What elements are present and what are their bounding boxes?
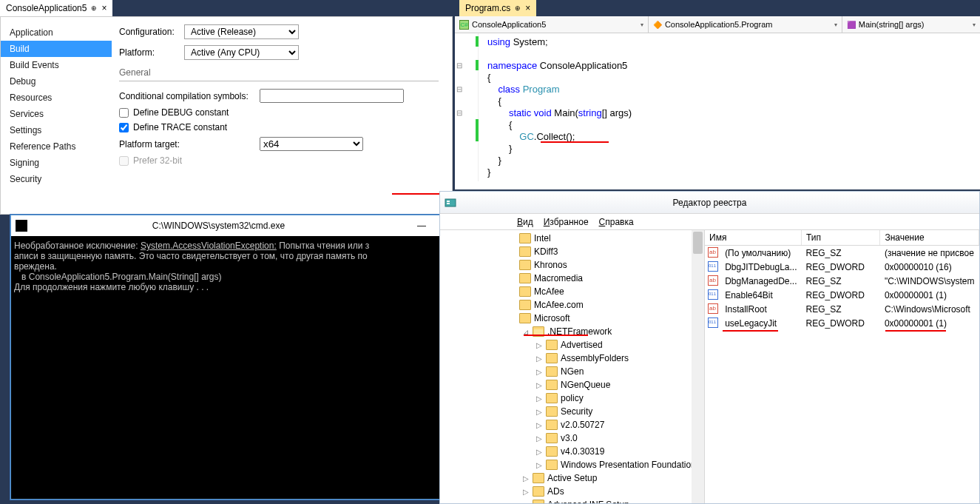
tree-item[interactable]: ▷NGen: [508, 365, 704, 378]
tab-program-cs[interactable]: Program.cs ⊕ ×: [459, 0, 536, 16]
tree-item[interactable]: ▷Advertised: [508, 338, 704, 352]
tab-project-properties[interactable]: ConsoleApplication5 ⊕ ×: [0, 0, 112, 16]
tree-item[interactable]: ▷Active Setup: [508, 471, 704, 485]
nav-security[interactable]: Security: [1, 171, 112, 187]
cmd-titlebar[interactable]: C:\WINDOWS\system32\cmd.exe — ☐ ✕: [11, 215, 503, 236]
tree-item[interactable]: ▷NGenQueue: [508, 378, 704, 392]
col-value[interactable]: Значение: [880, 230, 979, 246]
tree-item-netframework[interactable]: ⊿.NETFramework: [508, 325, 704, 338]
crumb-method[interactable]: Main(string[] args) ▾: [842, 16, 980, 33]
cell-type: REG_DWORD: [802, 260, 880, 274]
cell-value: (значение не присвое: [880, 246, 979, 261]
tree-item[interactable]: ▷AssemblyFolders: [508, 352, 704, 365]
tree-item[interactable]: ▷policy: [508, 392, 704, 405]
define-trace-checkbox[interactable]: [119, 123, 129, 132]
folder-icon: [519, 233, 531, 243]
nav-signing[interactable]: Signing: [1, 155, 112, 171]
cmd-line: вреждена.: [14, 261, 500, 272]
tree-item[interactable]: Advanced INF Setup: [508, 498, 704, 503]
crumb-label: ConsoleApplication5: [472, 20, 546, 29]
nav-reference-paths[interactable]: Reference Paths: [1, 138, 112, 155]
col-name[interactable]: Имя: [705, 230, 802, 246]
menu-view[interactable]: Вид: [517, 217, 533, 227]
svg-rect-2: [447, 203, 450, 204]
menu-favorites[interactable]: Избранное: [544, 217, 589, 227]
nav-application[interactable]: Application: [1, 24, 112, 41]
tree-item[interactable]: McAfee.com: [508, 298, 704, 312]
code-line: {: [487, 72, 980, 84]
chevron-down-icon[interactable]: ▾: [973, 21, 976, 28]
nav-build-events[interactable]: Build Events: [1, 57, 112, 73]
folder-icon: [533, 500, 544, 503]
platform-select[interactable]: Active (Any CPU): [184, 45, 299, 60]
code-line: namespace ConsoleApplication5: [487, 60, 980, 72]
tree-item[interactable]: ▷v3.0: [508, 431, 704, 445]
registry-row[interactable]: DbgManagedDe...REG_SZ"C:\WINDOWS\system: [705, 274, 979, 288]
cmd-title-text: C:\WINDOWS\system32\cmd.exe: [32, 221, 405, 231]
folder-icon: [533, 473, 544, 483]
tree-item[interactable]: ▷ADs: [508, 485, 704, 498]
folder-icon: [533, 486, 544, 497]
cell-name: DbgManagedDe...: [720, 274, 801, 288]
cell-name: (По умолчанию): [720, 246, 801, 261]
registry-row[interactable]: Enable64BitREG_DWORD0x00000001 (1): [705, 288, 979, 302]
close-icon[interactable]: ×: [101, 3, 107, 13]
col-type[interactable]: Тип: [802, 230, 880, 246]
method-icon: [847, 20, 856, 29]
nav-services[interactable]: Services: [1, 106, 112, 122]
folder-icon: [546, 446, 558, 457]
tree-item[interactable]: ▷Windows Presentation Foundation: [508, 458, 704, 471]
folder-icon: [519, 260, 531, 270]
folder-icon: [546, 366, 558, 377]
registry-row[interactable]: useLegacyJitREG_DWORD0x00000001 (1): [705, 316, 979, 330]
tree-item[interactable]: KDiff3: [508, 245, 704, 258]
crumb-label: Main(string[] args): [859, 20, 925, 29]
nav-resources[interactable]: Resources: [1, 90, 112, 106]
cell-value: 0x00000001 (1): [880, 316, 979, 330]
cond-symbols-input[interactable]: [260, 89, 404, 103]
configuration-select[interactable]: Active (Release): [184, 24, 299, 39]
section-general: General: [119, 67, 439, 78]
scrollbar-thumb[interactable]: [693, 232, 703, 254]
registry-row[interactable]: (По умолчанию)REG_SZ(значение не присвое: [705, 246, 979, 261]
nav-settings[interactable]: Settings: [1, 122, 112, 138]
define-debug-checkbox[interactable]: [119, 108, 129, 118]
fold-icon[interactable]: [455, 107, 464, 118]
fold-icon[interactable]: [455, 60, 464, 70]
code-line: }: [487, 155, 980, 167]
tree-item[interactable]: McAfee: [508, 285, 704, 298]
nav-debug[interactable]: Debug: [1, 73, 112, 90]
tree-item[interactable]: ▷Security: [508, 405, 704, 418]
code-editor[interactable]: using System; namespace ConsoleApplicati…: [455, 33, 980, 181]
minimize-button[interactable]: —: [405, 218, 438, 234]
menu-help[interactable]: Справка: [599, 217, 634, 227]
folder-icon: [546, 380, 558, 390]
tree-item[interactable]: ▷v4.0.30319: [508, 445, 704, 458]
tree-item[interactable]: Microsoft: [508, 312, 704, 325]
tree-item[interactable]: Intel: [508, 232, 704, 245]
registry-editor-window: Редактор реестра Вид Избранное Справка I…: [439, 191, 980, 504]
registry-row[interactable]: InstallRootREG_SZC:\Windows\Microsoft: [705, 302, 979, 316]
properties-nav: Application Build Build Events Debug Res…: [1, 17, 112, 214]
tree-scrollbar[interactable]: [692, 230, 704, 503]
tree-item[interactable]: ▷v2.0.50727: [508, 418, 704, 431]
chevron-down-icon[interactable]: ▾: [834, 21, 837, 28]
pin-icon[interactable]: ⊕: [515, 4, 521, 12]
platform-target-select[interactable]: x64: [260, 137, 363, 151]
nav-build[interactable]: Build: [1, 41, 112, 57]
registry-tree[interactable]: Intel KDiff3 Khronos Macromedia McAfee M…: [440, 230, 705, 503]
pin-icon[interactable]: ⊕: [91, 4, 97, 12]
crumb-project[interactable]: C# ConsoleApplication5 ▾: [455, 16, 649, 33]
fold-icon[interactable]: [455, 84, 464, 94]
registry-titlebar[interactable]: Редактор реестра: [440, 192, 979, 214]
registry-values-list[interactable]: Имя Тип Значение (По умолчанию)REG_SZ(зн…: [705, 230, 979, 503]
regedit-icon: [445, 197, 456, 209]
tree-item[interactable]: Khronos: [508, 258, 704, 272]
registry-row[interactable]: DbgJITDebugLa...REG_DWORD0x00000010 (16): [705, 260, 979, 274]
crumb-class[interactable]: ConsoleApplication5.Program ▾: [649, 16, 842, 33]
cmd-output[interactable]: Необработанное исключение: System.Access…: [11, 236, 503, 297]
close-icon[interactable]: ×: [525, 3, 530, 13]
properties-body: Application Build Build Events Debug Res…: [0, 16, 453, 215]
tree-item[interactable]: Macromedia: [508, 272, 704, 285]
chevron-down-icon[interactable]: ▾: [641, 21, 643, 28]
